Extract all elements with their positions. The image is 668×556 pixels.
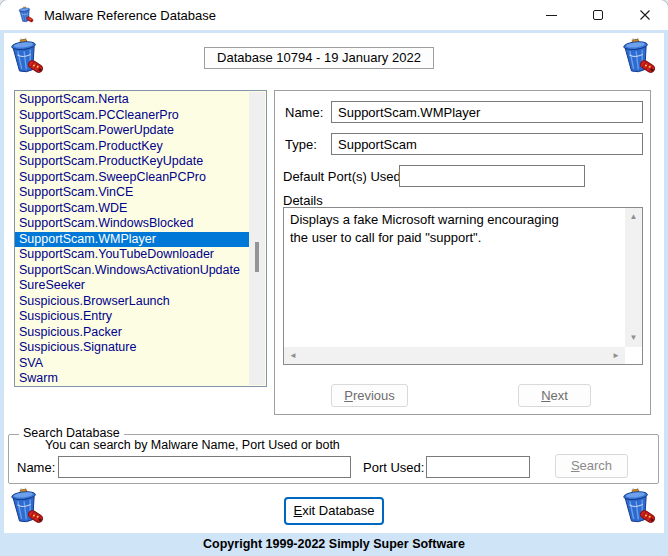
malware-list-items: SupportScam.Nerta SupportScam.PCCleanerP…	[15, 92, 249, 387]
list-item[interactable]: SupportScam.SweepCleanPCPro	[15, 170, 249, 186]
list-item-selected[interactable]: SupportScam.WMPlayer	[15, 232, 249, 248]
list-item[interactable]: SupportScan.WindowsActivationUpdate	[15, 263, 249, 279]
details-vertical-scrollbar[interactable]: ▲ ▼	[625, 208, 642, 347]
details-textarea[interactable]: Displays a fake Microsoft warning encour…	[283, 207, 643, 365]
trash-can-icon	[620, 487, 658, 527]
list-item[interactable]: Swarm	[15, 371, 249, 387]
app-trash-can-icon	[17, 6, 35, 24]
name-label: Name:	[285, 105, 323, 120]
search-name-label: Name:	[17, 460, 55, 475]
malware-listbox[interactable]: SupportScam.Nerta SupportScam.PCCleanerP…	[14, 90, 267, 387]
trash-can-icon	[8, 487, 46, 527]
default-ports-label: Default Port(s) Used:	[283, 169, 404, 184]
list-item[interactable]: SVA	[15, 356, 249, 372]
name-field[interactable]	[331, 101, 643, 123]
search-database-group: Search Database You can search by Malwar…	[8, 434, 659, 484]
trash-can-icon	[620, 37, 658, 77]
database-version-box: Database 10794 - 19 January 2022	[204, 47, 434, 69]
list-scrollbar-thumb[interactable]	[255, 242, 259, 272]
type-label: Type:	[285, 137, 317, 152]
type-field[interactable]	[331, 133, 643, 155]
detail-panel: Name: Type: Default Port(s) Used: Detail…	[274, 90, 651, 415]
search-button[interactable]: Search	[555, 454, 628, 478]
list-item[interactable]: SupportScam.Nerta	[15, 92, 249, 108]
next-button-label: Next	[519, 385, 590, 406]
maximize-button[interactable]	[575, 0, 621, 30]
list-item[interactable]: SupportScam.PowerUpdate	[15, 123, 249, 139]
maximize-icon	[593, 10, 603, 20]
details-text: Displays a fake Microsoft warning encour…	[284, 208, 624, 346]
list-item[interactable]: SupportScam.WindowsBlocked	[15, 216, 249, 232]
titlebar: Malware Reference Database	[0, 0, 668, 30]
scroll-left-icon[interactable]: ◄	[289, 352, 297, 360]
scroll-up-icon[interactable]: ▲	[630, 213, 638, 221]
exit-database-button[interactable]: Exit Database	[284, 497, 384, 525]
list-item[interactable]: SureSeeker	[15, 278, 249, 294]
search-instruction: You can search by Malware Name, Port Use…	[45, 438, 340, 452]
search-button-label: Search	[556, 455, 627, 477]
list-item[interactable]: Suspicious.Packer	[15, 325, 249, 341]
search-port-field[interactable]	[426, 456, 530, 478]
details-label: Details	[283, 193, 323, 208]
scroll-down-icon[interactable]: ▼	[630, 334, 638, 342]
list-item[interactable]: SupportScam.YouTubeDownloader	[15, 247, 249, 263]
exit-database-button-label: Exit Database	[286, 499, 382, 523]
scroll-right-icon[interactable]: ►	[612, 352, 620, 360]
default-ports-field[interactable]	[399, 165, 585, 187]
copyright-text: Copyright 1999-2022 Simply Super Softwar…	[0, 533, 668, 556]
minimize-icon	[546, 15, 557, 16]
minimize-button[interactable]	[528, 0, 574, 30]
list-item[interactable]: Suspicious.Entry	[15, 309, 249, 325]
details-horizontal-scrollbar[interactable]: ◄ ►	[284, 347, 625, 364]
close-button[interactable]	[622, 0, 668, 30]
window-title: Malware Reference Database	[44, 8, 216, 23]
list-item[interactable]: SupportScam.WDE	[15, 201, 249, 217]
list-scrollbar[interactable]	[249, 92, 265, 385]
list-item[interactable]: Suspicious.Signature	[15, 340, 249, 356]
list-item[interactable]: SupportScam.PCCleanerPro	[15, 108, 249, 124]
search-port-label: Port Used:	[363, 460, 424, 475]
close-icon	[639, 9, 651, 21]
list-item[interactable]: Suspicious.BrowserLaunch	[15, 294, 249, 310]
trash-can-icon	[8, 37, 46, 77]
search-name-field[interactable]	[58, 456, 351, 478]
previous-button-label: Previous	[332, 385, 407, 406]
next-button[interactable]: Next	[518, 384, 591, 407]
previous-button[interactable]: Previous	[331, 384, 408, 407]
malware-reference-database-window: Malware Reference Database Database 1079…	[0, 0, 668, 556]
list-item[interactable]: SupportScam.ProductKeyUpdate	[15, 154, 249, 170]
list-item[interactable]: SupportScam.ProductKey	[15, 139, 249, 155]
list-item[interactable]: SupportScam.VinCE	[15, 185, 249, 201]
